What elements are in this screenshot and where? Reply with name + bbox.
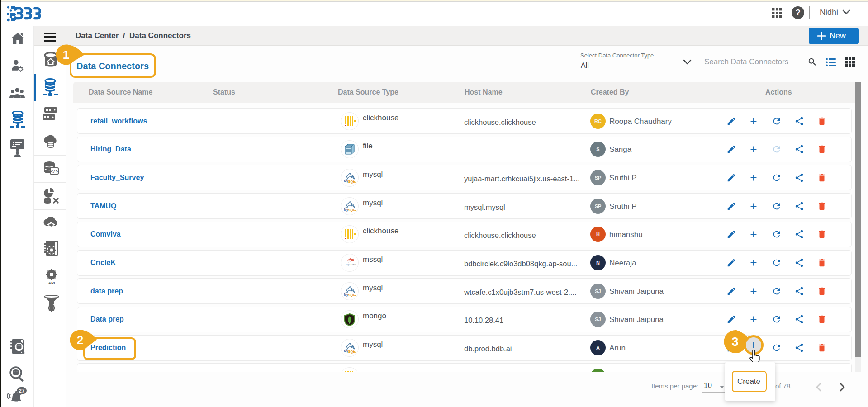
svg-text:My: My (344, 179, 348, 183)
svg-text:API: API (48, 281, 55, 285)
svg-text:27: 27 (19, 388, 25, 393)
svg-text:My: My (344, 293, 348, 296)
svg-text:My: My (344, 208, 348, 211)
svg-text:My: My (344, 350, 348, 353)
svg-text:</>: </> (51, 170, 58, 174)
svg-text:SQL Server: SQL Server (346, 264, 357, 266)
